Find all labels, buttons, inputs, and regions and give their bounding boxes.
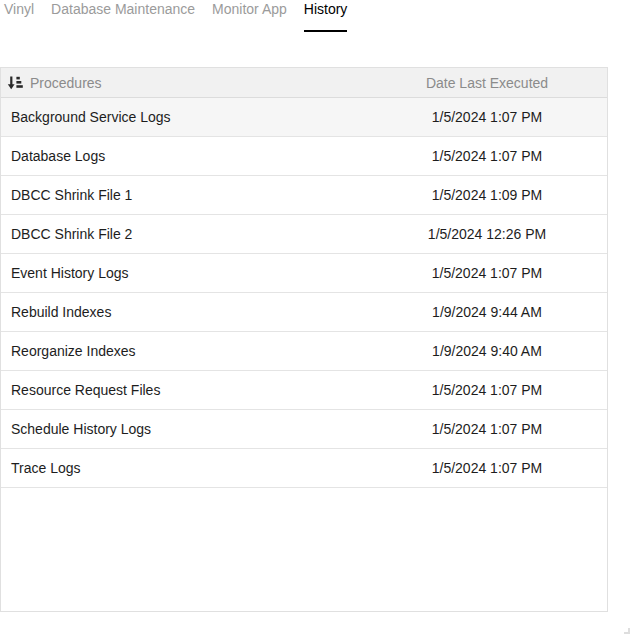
table-row[interactable]: DBCC Shrink File 2 1/5/2024 12:26 PM: [1, 215, 607, 254]
tab-label: Database Maintenance: [51, 1, 195, 17]
procedure-name-cell: Resource Request Files: [1, 382, 367, 398]
date-last-executed-cell: 1/5/2024 12:26 PM: [367, 226, 607, 242]
table-row[interactable]: Resource Request Files 1/5/2024 1:07 PM: [1, 371, 607, 410]
procedure-name-cell: Trace Logs: [1, 460, 367, 476]
date-last-executed-cell: 1/9/2024 9:40 AM: [367, 343, 607, 359]
date-last-executed-cell: 1/5/2024 1:07 PM: [367, 460, 607, 476]
tab-label: History: [304, 1, 348, 17]
procedure-name-cell: Reorganize Indexes: [1, 343, 367, 359]
date-last-executed-cell: 1/5/2024 1:07 PM: [367, 148, 607, 164]
table-row[interactable]: DBCC Shrink File 1 1/5/2024 1:09 PM: [1, 176, 607, 215]
sort-amount-down-icon[interactable]: [7, 75, 23, 91]
tab[interactable]: Monitor App: [212, 1, 287, 32]
procedure-name-cell: Database Logs: [1, 148, 367, 164]
procedures-table: Procedures Date Last Executed Background…: [0, 67, 608, 612]
procedure-name-cell: DBCC Shrink File 2: [1, 226, 367, 242]
date-last-executed-cell: 1/5/2024 1:07 PM: [367, 421, 607, 437]
table-row[interactable]: Reorganize Indexes 1/9/2024 9:40 AM: [1, 332, 607, 371]
tab-label: Monitor App: [212, 1, 287, 17]
tab[interactable]: Database Maintenance: [51, 1, 195, 32]
resize-grip-icon[interactable]: [624, 628, 630, 634]
date-header-cell[interactable]: Date Last Executed: [367, 75, 607, 91]
procedure-name-cell: Schedule History Logs: [1, 421, 367, 437]
tab-bar: Vinyl Database Maintenance Monitor App H…: [4, 1, 347, 32]
procedure-name-cell: Rebuild Indexes: [1, 304, 367, 320]
table-row[interactable]: Database Logs 1/5/2024 1:07 PM: [1, 137, 607, 176]
table-row[interactable]: Rebuild Indexes 1/9/2024 9:44 AM: [1, 293, 607, 332]
table-row[interactable]: Trace Logs 1/5/2024 1:07 PM: [1, 449, 607, 488]
date-column-label: Date Last Executed: [426, 75, 548, 91]
procedures-column-label: Procedures: [30, 75, 102, 91]
table-row[interactable]: Event History Logs 1/5/2024 1:07 PM: [1, 254, 607, 293]
procedure-name-cell: Event History Logs: [1, 265, 367, 281]
table-header-row: Procedures Date Last Executed: [1, 68, 607, 98]
table-body: Background Service Logs 1/5/2024 1:07 PM…: [1, 98, 607, 488]
table-row[interactable]: Background Service Logs 1/5/2024 1:07 PM: [1, 98, 607, 137]
date-last-executed-cell: 1/5/2024 1:07 PM: [367, 109, 607, 125]
procedure-name-cell: Background Service Logs: [1, 109, 367, 125]
procedure-name-cell: DBCC Shrink File 1: [1, 187, 367, 203]
date-last-executed-cell: 1/5/2024 1:07 PM: [367, 265, 607, 281]
table-row[interactable]: Schedule History Logs 1/5/2024 1:07 PM: [1, 410, 607, 449]
date-last-executed-cell: 1/5/2024 1:07 PM: [367, 382, 607, 398]
tab-label: Vinyl: [4, 1, 34, 17]
tab[interactable]: Vinyl: [4, 1, 34, 32]
date-last-executed-cell: 1/5/2024 1:09 PM: [367, 187, 607, 203]
date-last-executed-cell: 1/9/2024 9:44 AM: [367, 304, 607, 320]
tab[interactable]: History: [304, 1, 348, 32]
procedures-header-cell[interactable]: Procedures: [1, 75, 367, 91]
